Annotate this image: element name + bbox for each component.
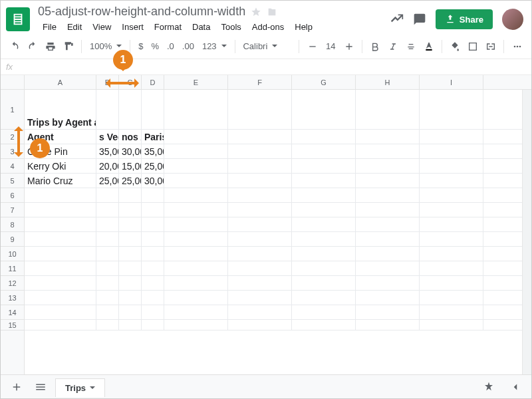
cell[interactable] — [142, 320, 164, 330]
cell[interactable] — [25, 203, 96, 217]
cell[interactable] — [164, 144, 228, 158]
cell[interactable] — [119, 188, 142, 202]
cell[interactable] — [228, 305, 292, 319]
cell[interactable]: nos A — [119, 130, 142, 144]
cell[interactable] — [228, 144, 292, 158]
cell[interactable] — [164, 130, 228, 144]
cell[interactable] — [420, 90, 483, 129]
cell[interactable] — [420, 320, 483, 330]
cell[interactable] — [96, 232, 119, 246]
cell[interactable] — [228, 159, 292, 173]
cell[interactable] — [228, 188, 292, 202]
cell[interactable]: 30,00 — [119, 144, 142, 158]
format-percent-button[interactable]: % — [148, 41, 162, 51]
fill-color-button[interactable] — [448, 38, 463, 55]
cell[interactable] — [25, 305, 96, 319]
sheet-tab-trips[interactable]: Trips — [55, 378, 105, 397]
row-header-7[interactable]: 7 — [1, 203, 24, 217]
cell[interactable] — [96, 247, 119, 261]
cell[interactable] — [292, 217, 356, 231]
cell[interactable] — [356, 217, 420, 231]
zoom-select[interactable]: 100% — [87, 41, 124, 51]
cell[interactable] — [292, 90, 356, 129]
text-color-button[interactable] — [421, 38, 436, 55]
cell[interactable] — [420, 203, 483, 217]
font-size-input[interactable]: 14 — [323, 41, 338, 51]
vertical-scrollbar[interactable] — [522, 90, 531, 377]
cell[interactable] — [96, 217, 119, 231]
row-header-11[interactable]: 11 — [1, 261, 24, 276]
row-header-9[interactable]: 9 — [1, 232, 24, 247]
cell[interactable] — [292, 276, 356, 290]
cell[interactable] — [356, 320, 420, 330]
cell[interactable] — [420, 217, 483, 231]
cell[interactable] — [420, 291, 483, 305]
menu-format[interactable]: Format — [150, 20, 186, 34]
cell[interactable] — [164, 159, 228, 173]
row-header-15[interactable]: 15 — [1, 320, 24, 331]
bold-button[interactable] — [368, 38, 383, 55]
italic-button[interactable] — [386, 38, 401, 55]
cell[interactable] — [25, 188, 96, 202]
cell[interactable] — [164, 188, 228, 202]
cell[interactable] — [164, 261, 228, 275]
decrease-decimal-button[interactable]: .0 — [164, 41, 177, 51]
cell[interactable] — [164, 203, 228, 217]
cell[interactable] — [164, 305, 228, 319]
cell[interactable] — [228, 217, 292, 231]
menu-view[interactable]: View — [88, 20, 116, 34]
strikethrough-button[interactable] — [403, 38, 418, 55]
cell[interactable] — [228, 291, 292, 305]
cell[interactable] — [142, 276, 164, 290]
star-icon[interactable] — [251, 7, 261, 17]
cell[interactable] — [356, 174, 420, 188]
cell[interactable] — [96, 261, 119, 275]
share-button[interactable]: Share — [436, 9, 493, 29]
cell[interactable] — [119, 232, 142, 246]
cell[interactable] — [96, 90, 119, 129]
side-panel-toggle[interactable] — [506, 378, 525, 396]
cell[interactable]: Trips by Agent and City — [25, 90, 96, 129]
cell[interactable]: Mario Cruz — [25, 174, 96, 188]
column-header-I[interactable]: I — [420, 75, 483, 89]
cell[interactable] — [356, 232, 420, 246]
cell[interactable] — [119, 90, 142, 129]
cell[interactable] — [228, 174, 292, 188]
column-header-G[interactable]: G — [292, 75, 356, 89]
menu-edit[interactable]: Edit — [63, 20, 86, 34]
menu-help[interactable]: Help — [290, 20, 317, 34]
cell[interactable] — [356, 305, 420, 319]
row-header-12[interactable]: 12 — [1, 276, 24, 291]
cell[interactable] — [292, 130, 356, 144]
cell[interactable] — [292, 320, 356, 330]
cell[interactable] — [119, 247, 142, 261]
cell[interactable]: s Veg — [96, 130, 119, 144]
cell[interactable] — [96, 305, 119, 319]
row-header-5[interactable]: 5 — [1, 174, 24, 188]
cell[interactable] — [142, 217, 164, 231]
cell[interactable] — [228, 276, 292, 290]
cell[interactable] — [142, 188, 164, 202]
cell[interactable] — [228, 203, 292, 217]
explore-button[interactable] — [479, 378, 498, 396]
menu-insert[interactable]: Insert — [117, 20, 148, 34]
cell[interactable] — [119, 276, 142, 290]
cell[interactable] — [292, 174, 356, 188]
sheets-logo-icon[interactable] — [6, 7, 30, 31]
row-header-6[interactable]: 6 — [1, 188, 24, 203]
column-header-D[interactable]: D — [142, 75, 164, 89]
document-title[interactable]: 05-adjust-row-height-and-column-width — [38, 5, 245, 19]
cells-area[interactable]: Trips by Agent and CityAgents Vegnos APa… — [25, 90, 531, 386]
cell[interactable] — [142, 261, 164, 275]
menu-addons[interactable]: Add-ons — [247, 20, 289, 34]
cell[interactable] — [228, 261, 292, 275]
cell[interactable] — [420, 130, 483, 144]
spreadsheet-grid[interactable]: ABCDEFGHI 123456789101112131415 Trips by… — [1, 75, 531, 386]
cell[interactable] — [119, 261, 142, 275]
cell[interactable] — [164, 247, 228, 261]
cell[interactable]: Paris — [142, 130, 164, 144]
menu-tools[interactable]: Tools — [216, 20, 245, 34]
cell[interactable] — [25, 217, 96, 231]
cell[interactable] — [25, 232, 96, 246]
cell[interactable] — [142, 232, 164, 246]
